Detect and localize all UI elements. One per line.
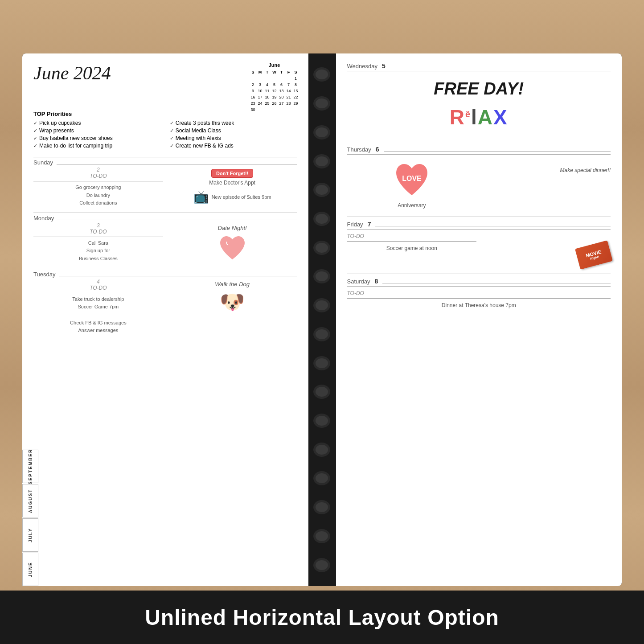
monday-todo-label: TO-DO xyxy=(33,229,163,235)
thursday-header: Thursday 6 xyxy=(347,146,611,155)
tab-june[interactable]: JUNE xyxy=(22,553,38,586)
tab-september[interactable]: SEPTEMBER xyxy=(22,450,38,483)
side-tabs: SEPTEMBER AUGUST JULY JUNE xyxy=(22,450,40,586)
friday-header: Friday 7 xyxy=(347,221,611,230)
checkmark-icon: ✓ xyxy=(170,128,174,134)
spiral-ring-16 xyxy=(313,500,330,514)
checkmark-icon: ✓ xyxy=(170,143,174,149)
free-day-text: FREE DAY! xyxy=(347,79,611,98)
priority-item-1: ✓Pick up cupcakes xyxy=(33,120,161,126)
priority-col-2: ✓Create 3 posts this week ✓Social Media … xyxy=(170,120,297,150)
monday-task-2: Sign up for xyxy=(33,247,163,255)
priority-item-7: ✓Meeting with Alexis xyxy=(170,135,297,141)
sunday-left: 2 TO-DO Go grocery shopping Do laundry C… xyxy=(33,167,163,207)
day-saturday: Saturday 8 TO-DO Dinner at Theresa's hou… xyxy=(347,274,611,310)
relax-x: X xyxy=(493,106,508,129)
priority-item-4: ✓Make to-do list for camping trip xyxy=(33,143,161,149)
monday-task-3: Business Classes xyxy=(33,255,163,263)
thursday-label: Thursday xyxy=(347,146,371,153)
checkmark-icon: ✓ xyxy=(33,135,37,141)
saturday-content: TO-DO Dinner at Theresa's house 7pm xyxy=(347,290,611,310)
day-sunday: Sunday 2 TO-DO Go grocery shopping Do la… xyxy=(33,157,297,207)
sunday-day-num: 2 xyxy=(33,167,163,173)
priority-item-2: ✓Wrap presents xyxy=(33,127,161,134)
priority-col-1: ✓Pick up cupcakes ✓Wrap presents ✓Buy Is… xyxy=(33,120,161,150)
spiral-ring-18 xyxy=(313,558,330,572)
wednesday-line xyxy=(390,68,611,68)
tab-july[interactable]: JULY xyxy=(22,518,38,552)
layout-option-label: Unlined Horizontal Layout Option xyxy=(145,605,499,630)
friday-left: TO-DO Soccer game at noon xyxy=(347,233,477,266)
priority-text-1: Pick up cupcakes xyxy=(39,120,81,126)
thursday-left: LOVE Anniversary xyxy=(347,158,477,209)
sunday-todo-label: TO-DO xyxy=(33,173,163,179)
wednesday-label: Wednesday xyxy=(347,63,377,70)
saturday-line xyxy=(382,283,611,283)
tuesday-label: Tuesday xyxy=(33,271,55,278)
spiral-ring-11 xyxy=(313,356,330,370)
day-wednesday: Wednesday 5 FREE DAY! RëlAX xyxy=(347,62,611,134)
tuesday-task-2: Soccer Game 7pm xyxy=(33,303,163,311)
spiral-ring-2 xyxy=(313,96,330,111)
sunday-line xyxy=(57,164,297,164)
tv-sticker-row: 📺 New episode of Suites 9pm xyxy=(168,189,297,204)
saturday-header: Saturday 8 xyxy=(347,278,611,287)
cal-header-s1: S xyxy=(250,69,257,75)
friday-content: TO-DO Soccer game at noon MOVIE Night! xyxy=(347,233,611,266)
priority-text-4: Make to-do list for camping trip xyxy=(39,143,112,149)
tuesday-content: 4 TO-DO Take truck to dealership Soccer … xyxy=(33,279,297,335)
cal-header-t1: T xyxy=(264,69,271,75)
spiral-ring-9 xyxy=(313,298,330,312)
day-friday: Friday 7 TO-DO Soccer game at noon MOVIE… xyxy=(347,217,611,266)
monday-task-1: Call Sara xyxy=(33,239,163,247)
saturday-num: 8 xyxy=(375,278,378,285)
cal-header-s2: S xyxy=(292,69,299,75)
walk-dog-text: Walk the Dog xyxy=(168,281,297,287)
monday-divider xyxy=(33,237,163,237)
sunday-content: 2 TO-DO Go grocery shopping Do laundry C… xyxy=(33,167,297,207)
planner-book: June 2024 June S M T W T F S 1 2345678 9… xyxy=(22,53,622,586)
thursday-line xyxy=(384,151,611,152)
spiral-ring-17 xyxy=(313,529,330,543)
dont-forget-container: Don't Forget!! xyxy=(168,169,297,180)
wednesday-num: 5 xyxy=(382,62,386,70)
priority-text-2: Wrap presents xyxy=(39,127,74,134)
priority-text-5: Create 3 posts this week xyxy=(176,120,234,126)
sunday-header: Sunday xyxy=(33,157,297,167)
sunday-divider xyxy=(33,181,163,181)
day-monday: Monday 3 TO-DO Call Sara Sign up for Bus… xyxy=(33,213,297,263)
spiral-ring-15 xyxy=(313,471,330,485)
monday-content: 3 TO-DO Call Sara Sign up for Business C… xyxy=(33,222,297,263)
sunday-right: Don't Forget!! Make Doctor's Appt 📺 New … xyxy=(168,167,297,207)
monday-right: Date Night! xyxy=(168,222,297,263)
dont-forget-label: Don't Forget!! xyxy=(211,169,253,178)
checkmark-icon: ✓ xyxy=(33,143,37,149)
priority-item-3: ✓Buy Isabella new soccer shoes xyxy=(33,135,161,141)
spiral-ring-8 xyxy=(313,269,330,283)
monday-header: Monday xyxy=(33,213,297,222)
tuesday-left: 4 TO-DO Take truck to dealership Soccer … xyxy=(33,279,163,335)
relax-l: l xyxy=(471,106,478,129)
friday-right: MOVIE Night! xyxy=(481,233,611,266)
cal-header-w: W xyxy=(271,69,278,75)
friday-line xyxy=(375,226,611,226)
thursday-right: Make special dinner!! xyxy=(481,158,611,173)
svg-text:LOVE: LOVE xyxy=(402,175,422,182)
tuesday-task-1: Take truck to dealership xyxy=(33,295,163,304)
friday-label: Friday xyxy=(347,221,363,228)
tuesday-task-3 xyxy=(33,311,163,319)
spiral-ring-13 xyxy=(313,414,330,428)
spiral-ring-14 xyxy=(313,443,330,457)
monday-left: 3 TO-DO Call Sara Sign up for Business C… xyxy=(33,222,163,263)
tuesday-divider xyxy=(33,293,163,293)
tuesday-task-4: Check FB & IG messages xyxy=(33,319,163,327)
movie-ticket-sticker: MOVIE Night! xyxy=(575,240,613,270)
mini-calendar-title: June xyxy=(250,62,299,68)
checkmark-icon: ✓ xyxy=(170,120,174,126)
priority-text-7: Meeting with Alexis xyxy=(176,135,221,141)
tuesday-todo-label: TO-DO xyxy=(33,285,163,291)
priority-item-6: ✓Social Media Class xyxy=(170,127,297,134)
tab-august[interactable]: AUGUST xyxy=(22,484,38,517)
spiral-ring-5 xyxy=(313,183,330,197)
wednesday-header: Wednesday 5 xyxy=(347,62,611,71)
